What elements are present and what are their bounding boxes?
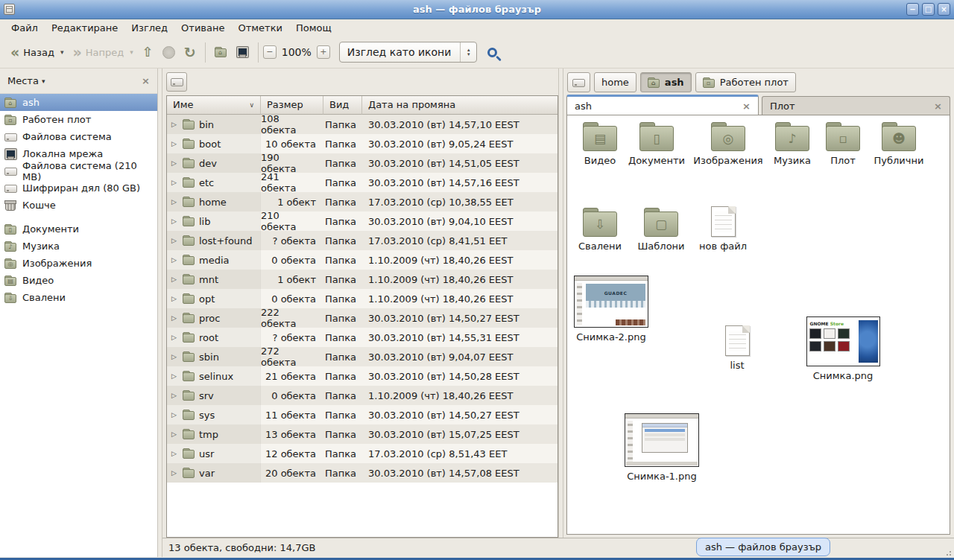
home-button[interactable]: ⌂ bbox=[210, 43, 232, 61]
sidebar-close-icon[interactable]: × bbox=[142, 75, 150, 86]
titlebar[interactable]: ash — файлов браузър − □ × bbox=[0, 0, 954, 19]
icon-view-item[interactable]: ⇩Свалени bbox=[572, 209, 628, 252]
icon-view-item[interactable]: ♪Музика bbox=[764, 123, 821, 167]
expander-icon[interactable]: ▷ bbox=[169, 353, 179, 360]
menu-item-3[interactable]: Отиване bbox=[174, 19, 231, 36]
tab-Плот[interactable]: Плот× bbox=[762, 96, 950, 115]
expander-icon[interactable]: ▷ bbox=[169, 140, 179, 147]
sidebar-item[interactable]: ⌂ash bbox=[0, 94, 157, 111]
pane-splitter[interactable] bbox=[558, 69, 563, 538]
zoom-in-button[interactable]: + bbox=[317, 45, 330, 59]
zoom-out-button[interactable]: − bbox=[263, 45, 277, 59]
table-row[interactable]: ▷var20 обектаПапка30.03.2010 (вт) 14,57,… bbox=[167, 463, 557, 483]
table-row[interactable]: ▷etc241 обектаПапка30.03.2010 (вт) 14,57… bbox=[167, 173, 557, 192]
expander-icon[interactable]: ▷ bbox=[169, 121, 179, 128]
table-row[interactable]: ▷srv0 обектаПапка1.10.2009 (чт) 18,40,26… bbox=[167, 386, 557, 405]
sidebar-item[interactable]: Шифриран дял (80 GB) bbox=[0, 179, 157, 197]
column-header-type[interactable]: Вид bbox=[323, 96, 362, 115]
expander-icon[interactable]: ▷ bbox=[169, 469, 179, 477]
column-header-name[interactable]: Име ∨ bbox=[167, 96, 261, 115]
icon-view-item[interactable]: ◎Изображения bbox=[697, 123, 759, 167]
icon-view[interactable]: ▤Видео▯Документи◎Изображения♪Музика▫Плот… bbox=[566, 115, 950, 535]
menu-item-1[interactable]: Редактиране bbox=[45, 19, 124, 36]
tab-close-icon[interactable]: × bbox=[742, 101, 751, 112]
expander-icon[interactable]: ▷ bbox=[169, 450, 179, 457]
forward-button[interactable]: » Напред ▾ bbox=[68, 42, 137, 62]
expander-icon[interactable]: ▷ bbox=[169, 159, 179, 167]
menu-item-0[interactable]: Файл bbox=[4, 19, 45, 36]
tab-close-icon[interactable]: × bbox=[934, 101, 942, 112]
icon-view-item[interactable]: Снимка-1.png bbox=[624, 413, 700, 483]
expander-icon[interactable]: ▷ bbox=[169, 256, 179, 264]
expander-icon[interactable]: ▷ bbox=[169, 295, 179, 302]
view-mode-spinner-icon[interactable]: ▴▾ bbox=[460, 42, 476, 62]
expander-icon[interactable]: ▷ bbox=[169, 217, 179, 225]
table-row[interactable]: ▷usr12 обектаПапка17.03.2010 (ср) 8,51,4… bbox=[167, 444, 557, 463]
expander-icon[interactable]: ▷ bbox=[169, 392, 179, 399]
icon-view-item[interactable]: GNOME StoreСнимка.png bbox=[806, 316, 880, 382]
table-row[interactable]: ▷sbin272 обектаПапка30.03.2010 (вт) 9,04… bbox=[167, 347, 557, 366]
table-row[interactable]: ▷mnt1 обектПапка1.10.2009 (чт) 18,40,26 … bbox=[167, 270, 557, 289]
computer-button[interactable] bbox=[232, 43, 253, 61]
sidebar-title[interactable]: Места bbox=[7, 75, 39, 86]
table-row[interactable]: ▷root? обектаПапка30.03.2010 (вт) 14,55,… bbox=[167, 328, 557, 347]
forward-dropdown-icon[interactable]: ▾ bbox=[130, 48, 133, 56]
expander-icon[interactable]: ▷ bbox=[169, 334, 179, 341]
view-mode-select[interactable]: Изглед като икони ▴▾ bbox=[339, 42, 478, 63]
search-icon[interactable] bbox=[487, 48, 497, 57]
sidebar-item[interactable]: ▫Работен плот bbox=[0, 111, 157, 128]
sidebar-item[interactable]: ▤Видео bbox=[0, 272, 157, 289]
back-button[interactable]: « Назад ▾ bbox=[6, 42, 68, 62]
sidebar-item[interactable]: ◎Изображения bbox=[0, 255, 157, 272]
icon-view-item[interactable]: list bbox=[713, 325, 761, 372]
expander-icon[interactable]: ▷ bbox=[169, 198, 179, 206]
icon-view-item[interactable]: ☻Публични bbox=[868, 123, 929, 167]
table-row[interactable]: ▷home1 обектПапка17.03.2010 (ср) 10,38,5… bbox=[167, 192, 557, 211]
table-row[interactable]: ▷bin108 обектаПапка30.03.2010 (вт) 14,57… bbox=[167, 115, 557, 134]
breadcrumb-button[interactable] bbox=[567, 72, 590, 92]
column-header-date[interactable]: Дата на промяна bbox=[362, 96, 557, 115]
tab-ash[interactable]: ash× bbox=[566, 95, 759, 115]
icon-view-item[interactable]: ▢Шаблони bbox=[631, 209, 691, 252]
back-dropdown-icon[interactable]: ▾ bbox=[60, 48, 64, 56]
minimize-button[interactable]: − bbox=[906, 3, 919, 16]
sidebar-item[interactable]: Файлова система (210 MB) bbox=[0, 162, 157, 179]
expander-icon[interactable]: ▷ bbox=[169, 276, 179, 283]
column-header-size[interactable]: Размер bbox=[261, 96, 323, 115]
expander-icon[interactable]: ▷ bbox=[169, 179, 179, 186]
menu-item-2[interactable]: Изглед bbox=[124, 19, 174, 36]
sidebar-title-chevron-icon[interactable]: ▾ bbox=[42, 77, 45, 85]
expander-icon[interactable]: ▷ bbox=[169, 430, 179, 438]
icon-view-item[interactable]: GUADECСнимка-2.png bbox=[573, 276, 649, 343]
expander-icon[interactable]: ▷ bbox=[169, 314, 179, 322]
sidebar-item[interactable]: Кошче bbox=[0, 197, 157, 214]
table-row[interactable]: ▷dev190 обектаПапка30.03.2010 (вт) 14,51… bbox=[167, 153, 557, 173]
table-row[interactable]: ▷proc222 обектаПапка30.03.2010 (вт) 14,5… bbox=[167, 308, 557, 328]
expander-icon[interactable]: ▷ bbox=[169, 411, 179, 419]
menu-item-4[interactable]: Отметки bbox=[231, 19, 288, 36]
stop-button[interactable] bbox=[158, 43, 180, 62]
table-row[interactable]: ▷opt0 обектаПапка1.10.2009 (чт) 18,40,26… bbox=[167, 289, 557, 308]
icon-view-item[interactable]: нов файл bbox=[694, 206, 752, 252]
sidebar-item[interactable]: Файлова система bbox=[0, 128, 157, 145]
tree-root-button[interactable] bbox=[166, 72, 187, 92]
pane-splitter[interactable] bbox=[157, 69, 162, 557]
expander-icon[interactable]: ▷ bbox=[169, 237, 179, 244]
sidebar-item[interactable]: ⇩Свалени bbox=[0, 289, 157, 306]
menu-item-5[interactable]: Помощ bbox=[289, 19, 338, 36]
breadcrumb-button[interactable]: ▫Работен плот bbox=[695, 72, 796, 92]
close-button[interactable]: × bbox=[938, 3, 950, 16]
breadcrumb-button[interactable]: ⌂ash bbox=[640, 72, 692, 92]
table-row[interactable]: ▷sys11 обектаПапка30.03.2010 (вт) 14,50,… bbox=[167, 405, 557, 424]
expander-icon[interactable]: ▷ bbox=[169, 372, 179, 380]
table-row[interactable]: ▷lost+found? обектаПапка17.03.2010 (ср) … bbox=[167, 231, 557, 250]
maximize-button[interactable]: □ bbox=[922, 3, 935, 16]
icon-view-item[interactable]: ▫Плот bbox=[819, 123, 867, 167]
icon-view-item[interactable]: ▯Документи bbox=[624, 123, 689, 167]
breadcrumb-button[interactable]: home bbox=[594, 72, 636, 92]
table-row[interactable]: ▷tmp13 обектаПапка30.03.2010 (вт) 15,07,… bbox=[167, 424, 557, 444]
resize-grip[interactable] bbox=[944, 548, 951, 556]
sidebar-item[interactable]: ♪Музика bbox=[0, 238, 157, 255]
sidebar-item[interactable]: ▯Документи bbox=[0, 220, 157, 238]
up-button[interactable]: ⇧ bbox=[138, 42, 158, 62]
